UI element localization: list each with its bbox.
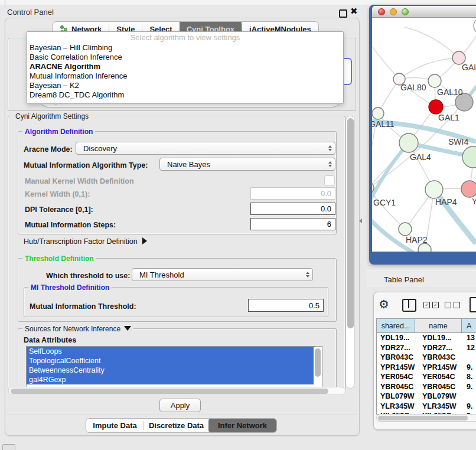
node-table[interactable]: shared... name A YDL19... YDL19... 13 YD… [376,318,476,415]
algorithm-option[interactable]: Basic Correlation Inference [27,53,343,62]
split-columns-icon[interactable] [402,299,416,312]
node-gal4[interactable] [399,133,418,152]
svg-text:GAL4: GAL4 [410,152,431,162]
separator [7,415,357,415]
which-threshold-combobox[interactable]: MI Threshold [132,268,313,281]
scrollbar-thumb[interactable] [378,416,468,420]
svg-text:GCY1: GCY1 [373,198,396,207]
list-scrollbar[interactable] [314,347,321,385]
node-swi4[interactable] [462,146,476,168]
column-header-shared-name[interactable]: shared... [377,319,415,332]
mi-algorithm-type-label: Mutual Information Algorithm Type: [24,161,148,169]
algorithm-option-selected[interactable]: ARACNE Algorithm [27,62,343,71]
which-threshold-label: Which threshold to use: [46,272,130,280]
svg-text:GAL1: GAL1 [438,113,459,122]
data-attributes-label: Data Attributes [24,336,76,344]
node-hap4[interactable] [425,181,443,198]
splitpane-arrow-icon[interactable] [359,219,362,223]
aracne-mode-combobox[interactable]: Discovery [76,142,335,155]
table-panel-window: ⚙ ✓✓ shared... name A YDL19... YDL19... … [373,292,476,430]
algorithm-option[interactable]: Bayesian – K2 [27,81,343,90]
table-horizontal-scrollbar[interactable] [376,414,476,422]
manual-kernel-width-checkbox[interactable] [324,175,335,186]
gear-icon[interactable]: ⚙ [379,296,389,312]
table-panel-title: Table Panel [366,275,424,284]
kernel-width-input[interactable]: 0.0 [250,187,335,200]
dpi-tolerance-label: DPI Tolerance [0,1]: [25,206,93,214]
table-row[interactable]: YLR345W YLR345W 9. [377,402,476,412]
control-panel-title: Control Panel [7,8,54,17]
network-canvas[interactable]: GAL GAL80 GAL10 GAL1 GAL11 GAL4 SWI4 GCY… [372,18,476,252]
algorithm-definition-title: Algorithm Definition [22,128,95,136]
aracne-mode-label: Aracne Mode: [24,145,73,154]
deselect-all-checkboxes-icon[interactable] [445,302,460,308]
svg-text:HAP4: HAP4 [435,197,457,207]
node[interactable] [474,18,476,34]
network-window-titlebar[interactable] [372,6,476,18]
node-gal1-selected[interactable] [429,100,443,114]
settings-horizontal-scrollbar[interactable] [8,387,345,395]
new-table-icon[interactable] [470,297,476,312]
attribute-item-selected[interactable]: gal4RGexp [27,375,315,384]
scrollbar-thumb[interactable] [347,118,354,328]
mi-threshold-label: Mutual Information Threshold: [30,302,136,311]
attribute-item-selected[interactable]: SelfLoops [27,347,315,356]
table-row[interactable]: YDR27... YDR27... 12 [377,343,476,353]
table-row[interactable]: YBR043C YBR043C [377,353,476,363]
algorithm-dropdown-popup: Select algorithm to view settings Bayesi… [27,31,344,104]
kernel-width-label: Kernel Width (0,1): [25,190,90,198]
table-header-row: shared... name A [377,319,476,333]
close-traffic-light-icon[interactable] [378,8,385,15]
svg-text:GAL11: GAL11 [372,119,395,129]
svg-text:HAP2: HAP2 [406,235,428,244]
node-hap2[interactable] [399,223,412,236]
mi-threshold-group-title: MI Threshold Definition [28,283,112,292]
attribute-item-selected[interactable]: BetweennessCentrality [27,366,315,375]
svg-text:GAL80: GAL80 [400,83,426,92]
minimized-panel-icon[interactable] [2,444,15,450]
node[interactable] [418,243,431,252]
attribute-item-selected[interactable]: TopologicalCoefficient [27,356,315,366]
mi-threshold-input[interactable]: 0.5 [248,299,324,312]
float-window-icon[interactable] [339,9,347,18]
table-row[interactable]: YDL19... YDL19... 13 [377,333,476,343]
table-row[interactable]: YER054C YER054C 8. [377,372,476,382]
which-threshold-value: MI Threshold [132,270,303,279]
column-header-partial[interactable]: A [462,319,476,332]
mi-algorithm-type-combobox[interactable]: Naive Bayes [159,158,335,171]
node-gal11[interactable] [372,107,384,119]
tab-infer-network-selected[interactable]: Infer Network [208,419,276,432]
svg-text:GAL: GAL [462,63,476,72]
tab-discretize-data[interactable]: Discretize Data [144,419,208,432]
hub-definition-toggle[interactable]: Hub/Transcription Factor Definition [24,237,147,246]
algorithm-option[interactable]: Bayesian – Hill Climbing [27,43,343,53]
close-icon[interactable]: ✖ [350,6,358,17]
table-panel-header: Table Panel [366,270,476,288]
collapse-down-icon [124,326,131,331]
network-graph[interactable]: GAL GAL80 GAL10 GAL1 GAL11 GAL4 SWI4 GCY… [372,18,476,252]
settings-vertical-scrollbar[interactable] [345,116,355,389]
tab-impute-data[interactable]: Impute Data [86,419,144,432]
cyni-settings-title: Cyni Algorithm Settings [13,112,91,120]
zoom-traffic-light-icon[interactable] [402,8,409,15]
node-salmon[interactable] [461,181,476,197]
scrollbar-thumb[interactable] [11,389,328,394]
column-header-name[interactable]: name [415,319,462,332]
table-row[interactable]: YBR045C YBR045C 9. [377,382,476,392]
svg-text:SWI4: SWI4 [448,137,468,146]
table-row[interactable]: YBL079W YBL079W [377,392,476,402]
popup-placeholder: Select algorithm to view settings [27,32,343,43]
apply-button[interactable]: Apply [159,399,201,412]
divider-tick [5,0,5,5]
select-all-checkboxes-icon[interactable]: ✓✓ [423,302,439,308]
data-attributes-list[interactable]: SelfLoops TopologicalCoefficient Between… [26,346,322,387]
dpi-tolerance-input[interactable]: 0.0 [250,203,335,215]
algorithm-option[interactable]: Mutual Information Inference [27,71,343,81]
mi-steps-input[interactable]: 6 [250,218,335,230]
algorithm-option[interactable]: Dream8 DC_TDC Algorithm [27,90,343,100]
table-row[interactable]: YPR145W YPR145W 9. [377,363,476,373]
stepper-icon [325,161,335,167]
minimize-traffic-light-icon[interactable] [390,8,397,15]
sources-group-title[interactable]: Sources for Network Inference [22,325,133,333]
node-gal10[interactable] [428,74,441,87]
